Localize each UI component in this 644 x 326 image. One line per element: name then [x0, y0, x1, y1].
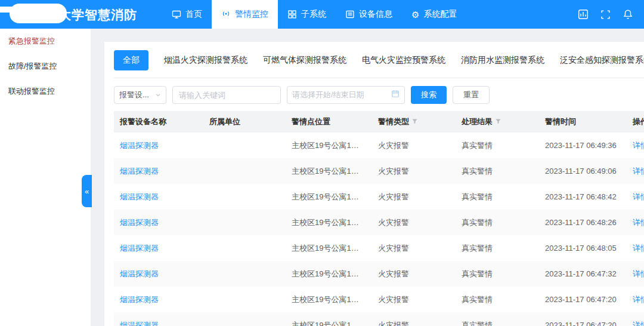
- calendar-icon: [391, 90, 400, 100]
- time-cell: 2023-11-17 06:49:06: [539, 158, 627, 184]
- result-cell: 真实警情: [456, 158, 539, 184]
- detail-link[interactable]: 详情: [633, 167, 644, 176]
- alarm-table: 报警设备名称 所属单位 警情点位置 警情类型 处理结果 警情时间 操作 烟温探测…: [114, 111, 644, 326]
- table-row: 烟温探测器 主校区19号公寓1层北... 火灾报警 真实警情 2023-11-1…: [114, 235, 644, 261]
- nav-system-config[interactable]: ⚙ 系统配置: [402, 0, 466, 29]
- table-row: 烟温探测器 主校区19号公寓1层139 火灾报警 真实警情 2023-11-17…: [114, 261, 644, 287]
- tab-smoke-temp-fire[interactable]: 烟温火灾探测报警系统: [164, 55, 247, 66]
- table-row: 烟温探测器 主校区19号公寓1层北... 火灾报警 真实警情 2023-11-1…: [114, 158, 644, 184]
- nav-subsystems[interactable]: 子系统: [278, 0, 336, 29]
- location-cell: 主校区19号公寓1层北...: [286, 158, 372, 184]
- nav-label: 警情监控: [235, 9, 268, 20]
- org-cell: [203, 210, 286, 235]
- nav-device-info[interactable]: 设备信息: [336, 0, 402, 29]
- table-row: 烟温探测器 主校区19号公寓1层139 火灾报警 真实警情 2023-11-17…: [114, 184, 644, 210]
- alarm-type-cell: 火灾报警: [372, 312, 456, 326]
- org-cell: [203, 184, 286, 210]
- location-cell: 主校区19号公寓1层北...: [286, 235, 372, 261]
- nav-label: 设备信息: [359, 9, 392, 20]
- org-cell: [203, 312, 286, 326]
- alarm-table-body: 烟温探测器 主校区19号公寓1层走廊4 火灾报警 真实警情 2023-11-17…: [114, 133, 644, 326]
- detail-link[interactable]: 详情: [633, 244, 644, 253]
- device-list-icon: [345, 10, 355, 19]
- date-range-picker[interactable]: 请选择开始/结束日期: [287, 86, 405, 104]
- result-cell: 真实警情: [456, 312, 539, 326]
- tab-electrical-fire[interactable]: 电气火灾监控预警系统: [362, 55, 445, 66]
- time-cell: 2023-11-17 06:48:05: [539, 235, 627, 261]
- detail-link[interactable]: 详情: [633, 192, 644, 201]
- table-row: 烟温探测器 主校区19号公寓1层走廊4 火灾报警 真实警情 2023-11-17…: [114, 287, 644, 312]
- search-button[interactable]: 搜索: [411, 86, 447, 104]
- device-type-select-value: 报警设...: [119, 90, 149, 100]
- org-cell: [203, 158, 286, 184]
- reset-button[interactable]: 重置: [453, 86, 490, 104]
- result-cell: 真实警情: [456, 261, 539, 287]
- location-cell: 主校区19号公寓1层走廊4: [286, 133, 372, 158]
- time-cell: 2023-11-17 06:47:20: [539, 287, 627, 312]
- sidebar-item-fault-alarm[interactable]: 故障/报警监控: [0, 54, 91, 79]
- col-location: 警情点位置: [286, 111, 372, 133]
- device-name-link[interactable]: 烟温探测器: [120, 269, 159, 278]
- org-cell: [203, 287, 286, 312]
- tab-combustible-gas[interactable]: 可燃气体探测报警系统: [263, 55, 346, 66]
- bell-icon[interactable]: [623, 9, 633, 20]
- sidebar-item-emergency-alarm[interactable]: 紧急报警监控: [0, 29, 91, 54]
- time-cell: 2023-11-17 06:48:42: [539, 184, 627, 210]
- col-alarm-type-label: 警情类型: [378, 117, 409, 126]
- tab-fire-water[interactable]: 消防用水监测报警系统: [461, 55, 544, 66]
- sidebar-collapse-handle[interactable]: «: [82, 175, 92, 207]
- chart-stats-icon[interactable]: [578, 9, 589, 20]
- device-name-link[interactable]: 烟温探测器: [120, 167, 159, 176]
- top-nav: 首页 警情监控 子系统 设备信息 ⚙ 系统配置: [162, 0, 466, 29]
- logo-redaction-blob: [10, 4, 67, 23]
- device-name-link[interactable]: 烟温探测器: [120, 295, 159, 304]
- tab-pan-security[interactable]: 泛安全感知探测报警系统: [560, 55, 644, 66]
- nav-label: 子系统: [301, 9, 326, 20]
- filter-funnel-icon[interactable]: [411, 118, 418, 127]
- org-cell: [203, 235, 286, 261]
- detail-link[interactable]: 详情: [633, 141, 644, 150]
- alarm-type-cell: 火灾报警: [372, 235, 456, 261]
- detail-link[interactable]: 详情: [633, 269, 644, 278]
- col-handle-result: 处理结果: [456, 111, 539, 133]
- detail-link[interactable]: 详情: [633, 295, 644, 304]
- device-name-link[interactable]: 烟温探测器: [120, 321, 159, 326]
- fullscreen-icon[interactable]: [600, 10, 611, 20]
- device-name-link[interactable]: 烟温探测器: [120, 192, 159, 201]
- col-alarm-type: 警情类型: [372, 111, 456, 133]
- col-device-name: 报警设备名称: [114, 111, 203, 133]
- result-cell: 真实警情: [456, 184, 539, 210]
- device-name-link[interactable]: 烟温探测器: [120, 141, 159, 150]
- device-name-link[interactable]: 烟温探测器: [120, 218, 159, 227]
- filter-bar: 报警设... 请选择开始/结束日期 搜索 重置: [114, 86, 644, 104]
- alarm-type-cell: 火灾报警: [372, 158, 456, 184]
- result-cell: 真实警情: [456, 133, 539, 158]
- time-cell: 2023-11-17 06:49:36: [539, 133, 627, 158]
- alarm-type-cell: 火灾报警: [372, 184, 456, 210]
- col-org: 所属单位: [203, 111, 286, 133]
- top-bar: 大学智慧消防 首页 警情监控 子系统 设备信息: [0, 0, 644, 29]
- table-row: 烟温探测器 主校区19号公寓1层走廊4 火灾报警 真实警情 2023-11-17…: [114, 133, 644, 158]
- alarm-type-cell: 火灾报警: [372, 133, 456, 158]
- location-cell: 主校区19号公寓1层139: [286, 261, 372, 287]
- app-title: 大学智慧消防: [58, 7, 137, 23]
- time-cell: 2023-11-17 06:47:20: [539, 312, 627, 326]
- tab-all[interactable]: 全部: [114, 50, 148, 70]
- sidebar-item-linkage-alarm[interactable]: 联动报警监控: [0, 79, 91, 104]
- device-name-link[interactable]: 烟温探测器: [120, 244, 159, 253]
- nav-label: 首页: [185, 9, 202, 20]
- nav-alarm-monitor[interactable]: 警情监控: [212, 0, 278, 29]
- detail-link[interactable]: 详情: [633, 218, 644, 227]
- location-cell: 主校区19号公寓1层走廊4: [286, 287, 372, 312]
- keyword-input[interactable]: [172, 86, 281, 104]
- result-cell: 真实警情: [456, 235, 539, 261]
- system-tabs: 全部 烟温火灾探测报警系统 可燃气体探测报警系统 电气火灾监控预警系统 消防用水…: [114, 48, 644, 78]
- device-type-select[interactable]: 报警设...: [114, 86, 166, 104]
- home-icon: [172, 10, 181, 19]
- time-cell: 2023-11-17 06:48:26: [539, 210, 627, 235]
- app-logo: 大学智慧消防: [0, 0, 162, 29]
- detail-link[interactable]: 详情: [633, 321, 644, 326]
- filter-funnel-icon[interactable]: [495, 118, 501, 127]
- broadcast-icon: [221, 10, 231, 19]
- nav-home[interactable]: 首页: [162, 0, 212, 29]
